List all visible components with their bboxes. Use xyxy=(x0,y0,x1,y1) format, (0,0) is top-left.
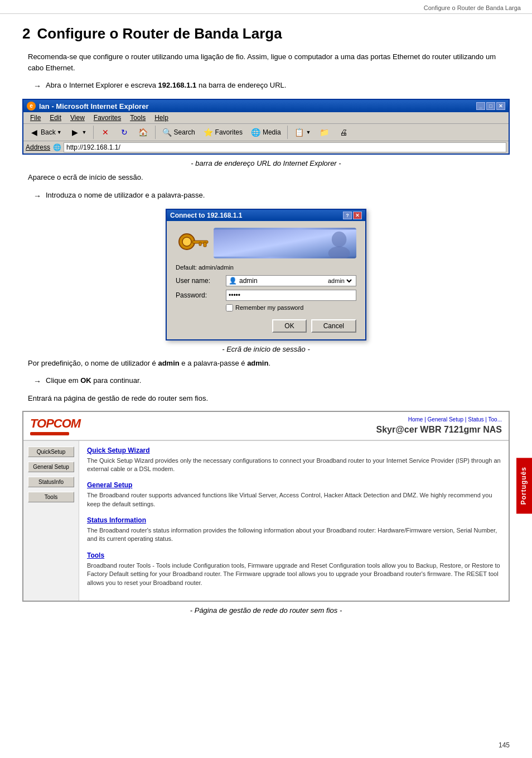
dialog-blue-area xyxy=(214,228,356,258)
router-header-right: Home | General Setup | Status | Too... S… xyxy=(376,416,502,435)
dialog-question-button[interactable]: ? xyxy=(343,212,352,219)
menu-favorites[interactable]: Favorites xyxy=(89,113,125,122)
media-button[interactable]: 🌐 Media xyxy=(248,126,284,139)
dialog-title: Connect to 192.168.1.1 xyxy=(170,212,242,219)
chapter-heading: 2 Configure o Router de Banda Larga xyxy=(22,25,510,42)
username-row: User name: 👤 admin xyxy=(176,275,356,286)
minimize-button[interactable]: _ xyxy=(476,102,485,110)
tools-button[interactable]: Tools xyxy=(28,492,74,502)
svg-rect-3 xyxy=(204,242,206,247)
page-number: 145 xyxy=(499,741,510,749)
home-icon: 🏠 xyxy=(138,127,149,137)
dialog-titlebar-right: ? ✕ xyxy=(343,212,362,219)
address-input[interactable] xyxy=(64,142,506,152)
step1-text: Abra o Internet Explorer e escreva 192.1… xyxy=(46,80,286,91)
forward-dropdown: ▼ xyxy=(82,129,87,135)
stop-button[interactable]: ✕ xyxy=(97,126,114,139)
step1: → Abra o Internet Explorer e escreva 192… xyxy=(33,80,510,92)
statusinfo-text: The Broadband router's status informatio… xyxy=(87,526,501,544)
stop-icon: ✕ xyxy=(100,127,111,137)
refresh-button[interactable]: ↻ xyxy=(116,126,133,139)
statusinfo-section: Status Information The Broadband router'… xyxy=(87,516,501,544)
statusinfo-title: Status Information xyxy=(87,516,501,524)
ie-titlebar: e lan - Microsoft Internet Explorer _ □ … xyxy=(23,100,509,112)
password-input[interactable] xyxy=(229,291,354,299)
dialog-buttons: OK Cancel xyxy=(176,317,356,333)
forward-icon: ▶ xyxy=(70,127,81,137)
remember-checkbox[interactable] xyxy=(226,304,233,311)
back-button[interactable]: ◀ Back ▼ xyxy=(26,126,65,139)
menu-view[interactable]: View xyxy=(66,113,89,122)
ie-titlebar-icon: e xyxy=(27,102,36,111)
address-label: Address xyxy=(26,143,50,151)
favorites-icon: ⭐ xyxy=(203,127,214,137)
router-nav: Home | General Setup | Status | Too... xyxy=(408,416,502,423)
menu-help[interactable]: Help xyxy=(150,113,173,122)
ie-window-title: lan - Microsoft Internet Explorer xyxy=(39,102,473,111)
password-row: Password: xyxy=(176,290,356,301)
step3: → Clique em OK para continuar. xyxy=(33,375,510,387)
dialog-default-text: Default: admin/admin xyxy=(176,264,356,271)
username-dropdown[interactable]: admin xyxy=(326,277,354,285)
ok-button[interactable]: OK xyxy=(272,319,306,333)
dialog-titlebar: Connect to 192.168.1.1 ? ✕ xyxy=(167,210,365,221)
step3-text: Clique em OK para continuar. xyxy=(46,375,141,386)
favorites-label: Favorites xyxy=(215,128,243,136)
maximize-button[interactable]: □ xyxy=(486,102,495,110)
quicksetup-button[interactable]: QuickSetup xyxy=(28,447,74,457)
statusinfo-button[interactable]: StatusInfo xyxy=(28,477,74,487)
username-input[interactable] xyxy=(239,277,323,285)
favorites-button[interactable]: ⭐ Favorites xyxy=(200,126,245,139)
generalsetup-text: The Broadband router supports advanced f… xyxy=(87,491,501,508)
history-icon: 📋 xyxy=(294,127,305,137)
svg-point-1 xyxy=(182,237,191,246)
toolbar-separator-3 xyxy=(287,126,288,139)
dialog-key-icon xyxy=(176,228,209,258)
print-button[interactable]: 🖨 xyxy=(335,126,352,139)
remember-label: Remember my password xyxy=(235,304,303,311)
main-content: 2 Configure o Router de Banda Larga Reco… xyxy=(0,14,532,630)
folder-button[interactable]: 📁 xyxy=(316,126,333,139)
dialog-close-button[interactable]: ✕ xyxy=(353,212,362,219)
search-label: Search xyxy=(174,128,195,136)
tools-section: Tools Broadband router Tools - Tools inc… xyxy=(87,551,501,587)
quicksetup-section: Quick Setup Wizard The Quick Setup Wizar… xyxy=(87,447,501,474)
cancel-button[interactable]: Cancel xyxy=(311,319,356,333)
svg-rect-4 xyxy=(199,242,201,246)
menu-file[interactable]: File xyxy=(26,113,45,122)
menu-edit[interactable]: Edit xyxy=(45,113,66,122)
close-button[interactable]: ✕ xyxy=(496,102,505,110)
step2: → Introduza o nome de utilizador e a pal… xyxy=(33,190,510,202)
folder-icon: 📁 xyxy=(319,127,330,137)
generalsetup-button[interactable]: General Setup xyxy=(28,462,74,472)
arrow-icon: → xyxy=(33,80,41,92)
back-label: Back xyxy=(41,128,56,136)
router-content: Quick Setup Wizard The Quick Setup Wizar… xyxy=(79,441,509,601)
router-logo-text: TOPCOM xyxy=(30,416,80,435)
username-input-wrapper: 👤 admin xyxy=(226,275,356,286)
login-dialog: Connect to 192.168.1.1 ? ✕ xyxy=(166,209,366,340)
quicksetup-title: Quick Setup Wizard xyxy=(87,447,501,454)
history-button[interactable]: 📋 ▼ xyxy=(291,126,314,139)
remember-password-row: Remember my password xyxy=(226,304,356,311)
menu-tools[interactable]: Tools xyxy=(125,113,150,122)
chapter-number: 2 xyxy=(22,25,30,42)
arrow-icon-2: → xyxy=(33,190,41,202)
home-button[interactable]: 🏠 xyxy=(135,126,152,139)
refresh-icon: ↻ xyxy=(119,127,130,137)
arrow-icon-3: → xyxy=(33,376,41,387)
back-icon: ◀ xyxy=(28,127,40,137)
search-button[interactable]: 🔍 Search xyxy=(159,126,198,139)
back-dropdown: ▼ xyxy=(57,129,62,135)
page-header-top: Configure o Router de Banda Larga xyxy=(0,0,532,14)
text4: Entrará na página de gestão de rede do r… xyxy=(28,393,510,404)
print-icon: 🖨 xyxy=(338,127,349,137)
chapter-title: Configure o Router de Banda Larga xyxy=(37,25,282,42)
forward-button[interactable]: ▶ ▼ xyxy=(67,126,90,139)
router-model: Skyr@cer WBR 7121gmr NAS xyxy=(376,425,502,435)
generalsetup-title: General Setup xyxy=(87,481,501,489)
ie-menubar: File Edit View Favorites Tools Help xyxy=(23,112,509,124)
tools-text: Broadband router Tools - Tools include C… xyxy=(87,562,501,587)
router-body: QuickSetup General Setup StatusInfo Tool… xyxy=(23,441,509,601)
generalsetup-section: General Setup The Broadband router suppo… xyxy=(87,481,501,508)
